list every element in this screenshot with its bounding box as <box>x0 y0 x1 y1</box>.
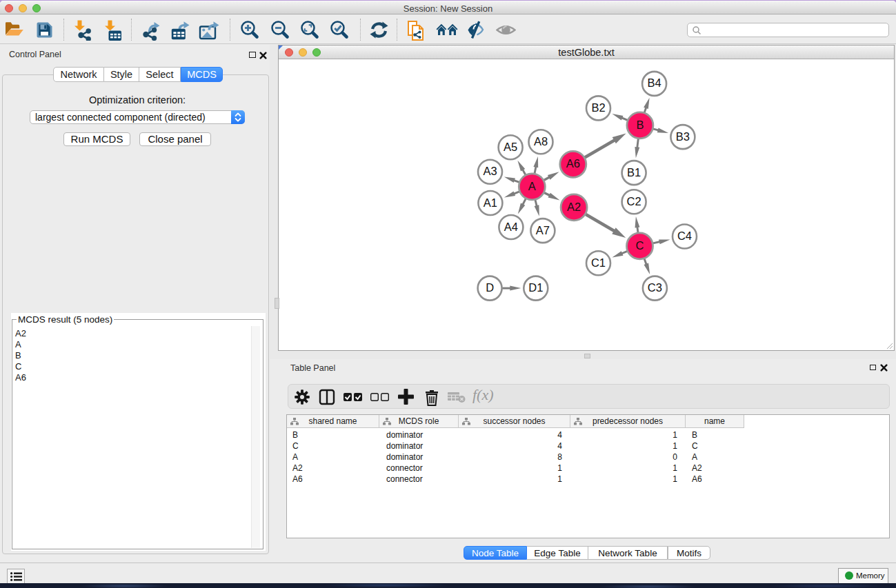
svg-text:C1: C1 <box>591 256 606 269</box>
svg-text:C3: C3 <box>648 281 662 294</box>
svg-text:A8: A8 <box>534 135 548 148</box>
svg-text:A7: A7 <box>536 224 550 236</box>
svg-text:D: D <box>486 281 494 294</box>
svg-text:B2: B2 <box>591 101 605 114</box>
svg-text:A1: A1 <box>484 196 497 209</box>
svg-text:C2: C2 <box>627 195 641 207</box>
svg-text:B3: B3 <box>676 130 690 143</box>
svg-text:B1: B1 <box>627 166 641 179</box>
svg-text:A: A <box>528 180 536 192</box>
svg-text:A2: A2 <box>567 201 581 213</box>
svg-text:A5: A5 <box>504 141 517 153</box>
svg-text:A3: A3 <box>483 165 497 177</box>
svg-text:A6: A6 <box>566 157 580 170</box>
svg-text:C: C <box>636 239 644 252</box>
svg-text:B: B <box>636 119 644 131</box>
svg-text:D1: D1 <box>528 281 543 294</box>
svg-text:B4: B4 <box>648 77 661 89</box>
svg-text:C4: C4 <box>677 230 692 242</box>
svg-text:A4: A4 <box>504 221 518 233</box>
